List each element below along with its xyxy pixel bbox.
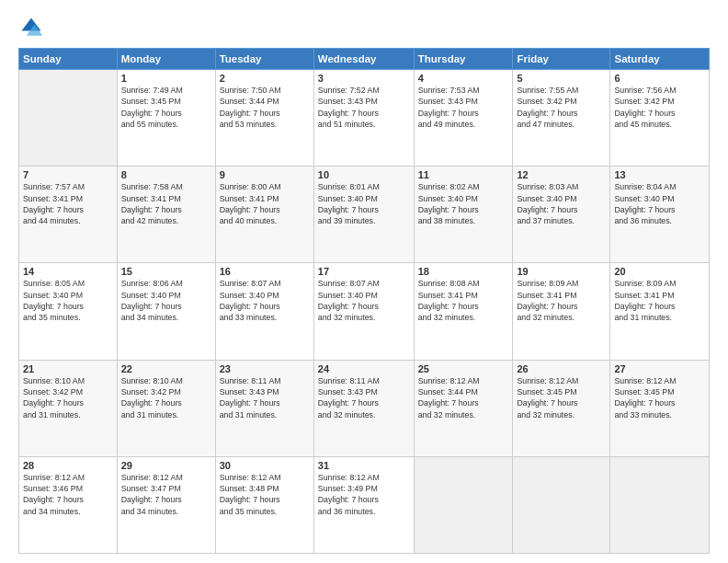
day-info: Sunrise: 8:03 AM Sunset: 3:40 PM Dayligh… xyxy=(517,181,606,226)
calendar-cell: 28Sunrise: 8:12 AM Sunset: 3:46 PM Dayli… xyxy=(19,456,118,553)
day-number: 25 xyxy=(418,363,509,374)
day-number: 31 xyxy=(318,460,410,471)
calendar-cell xyxy=(19,70,118,167)
calendar-cell: 26Sunrise: 8:12 AM Sunset: 3:45 PM Dayli… xyxy=(513,360,610,456)
day-number: 29 xyxy=(121,460,211,471)
day-number: 6 xyxy=(614,73,705,84)
calendar-cell: 30Sunrise: 8:12 AM Sunset: 3:48 PM Dayli… xyxy=(215,456,313,553)
day-info: Sunrise: 8:07 AM Sunset: 3:40 PM Dayligh… xyxy=(318,278,410,323)
header-row: SundayMondayTuesdayWednesdayThursdayFrid… xyxy=(19,49,710,70)
day-header-thursday: Thursday xyxy=(414,49,513,70)
week-row-1: 1Sunrise: 7:49 AM Sunset: 3:45 PM Daylig… xyxy=(19,70,710,167)
day-number: 20 xyxy=(614,266,705,277)
day-info: Sunrise: 7:58 AM Sunset: 3:41 PM Dayligh… xyxy=(121,181,211,226)
day-number: 1 xyxy=(121,73,211,84)
day-info: Sunrise: 7:52 AM Sunset: 3:43 PM Dayligh… xyxy=(318,85,410,130)
day-number: 8 xyxy=(121,169,211,180)
calendar-cell: 3Sunrise: 7:52 AM Sunset: 3:43 PM Daylig… xyxy=(313,70,414,167)
day-info: Sunrise: 8:04 AM Sunset: 3:40 PM Dayligh… xyxy=(614,181,705,226)
calendar-cell: 13Sunrise: 8:04 AM Sunset: 3:40 PM Dayli… xyxy=(610,167,710,263)
calendar-cell: 19Sunrise: 8:09 AM Sunset: 3:41 PM Dayli… xyxy=(513,263,610,360)
logo xyxy=(18,15,48,40)
calendar: SundayMondayTuesdayWednesdayThursdayFrid… xyxy=(18,48,710,554)
day-info: Sunrise: 7:55 AM Sunset: 3:42 PM Dayligh… xyxy=(517,85,606,130)
day-info: Sunrise: 8:11 AM Sunset: 3:43 PM Dayligh… xyxy=(318,375,410,420)
day-info: Sunrise: 8:12 AM Sunset: 3:45 PM Dayligh… xyxy=(614,375,705,420)
day-number: 4 xyxy=(418,73,509,84)
day-info: Sunrise: 8:05 AM Sunset: 3:40 PM Dayligh… xyxy=(23,278,113,323)
day-number: 17 xyxy=(318,266,410,277)
day-info: Sunrise: 8:12 AM Sunset: 3:49 PM Dayligh… xyxy=(318,472,410,517)
day-number: 28 xyxy=(23,460,113,471)
calendar-cell: 17Sunrise: 8:07 AM Sunset: 3:40 PM Dayli… xyxy=(313,263,414,360)
calendar-cell: 18Sunrise: 8:08 AM Sunset: 3:41 PM Dayli… xyxy=(414,263,513,360)
day-number: 16 xyxy=(220,266,310,277)
day-info: Sunrise: 7:50 AM Sunset: 3:44 PM Dayligh… xyxy=(220,85,310,130)
day-number: 30 xyxy=(220,460,310,471)
day-number: 15 xyxy=(121,266,211,277)
calendar-cell: 10Sunrise: 8:01 AM Sunset: 3:40 PM Dayli… xyxy=(313,167,414,263)
day-info: Sunrise: 8:10 AM Sunset: 3:42 PM Dayligh… xyxy=(121,375,211,420)
calendar-cell: 25Sunrise: 8:12 AM Sunset: 3:44 PM Dayli… xyxy=(414,360,513,456)
week-row-5: 28Sunrise: 8:12 AM Sunset: 3:46 PM Dayli… xyxy=(19,456,710,553)
week-row-4: 21Sunrise: 8:10 AM Sunset: 3:42 PM Dayli… xyxy=(19,360,710,456)
calendar-cell: 14Sunrise: 8:05 AM Sunset: 3:40 PM Dayli… xyxy=(19,263,118,360)
week-row-3: 14Sunrise: 8:05 AM Sunset: 3:40 PM Dayli… xyxy=(19,263,710,360)
calendar-cell: 29Sunrise: 8:12 AM Sunset: 3:47 PM Dayli… xyxy=(117,456,215,553)
day-number: 9 xyxy=(220,169,310,180)
day-info: Sunrise: 8:09 AM Sunset: 3:41 PM Dayligh… xyxy=(517,278,606,323)
day-number: 14 xyxy=(23,266,113,277)
day-number: 22 xyxy=(121,363,211,374)
day-info: Sunrise: 8:11 AM Sunset: 3:43 PM Dayligh… xyxy=(220,375,310,420)
day-header-saturday: Saturday xyxy=(610,49,710,70)
day-number: 10 xyxy=(318,169,410,180)
day-number: 7 xyxy=(23,169,113,180)
calendar-cell: 23Sunrise: 8:11 AM Sunset: 3:43 PM Dayli… xyxy=(215,360,313,456)
day-info: Sunrise: 7:53 AM Sunset: 3:43 PM Dayligh… xyxy=(418,85,509,130)
calendar-cell: 8Sunrise: 7:58 AM Sunset: 3:41 PM Daylig… xyxy=(117,167,215,263)
page: SundayMondayTuesdayWednesdayThursdayFrid… xyxy=(0,0,728,563)
day-info: Sunrise: 8:06 AM Sunset: 3:40 PM Dayligh… xyxy=(121,278,211,323)
calendar-cell xyxy=(414,456,513,553)
calendar-cell: 27Sunrise: 8:12 AM Sunset: 3:45 PM Dayli… xyxy=(610,360,710,456)
calendar-cell: 15Sunrise: 8:06 AM Sunset: 3:40 PM Dayli… xyxy=(117,263,215,360)
calendar-cell: 12Sunrise: 8:03 AM Sunset: 3:40 PM Dayli… xyxy=(513,167,610,263)
day-info: Sunrise: 8:12 AM Sunset: 3:48 PM Dayligh… xyxy=(220,472,310,517)
calendar-cell: 5Sunrise: 7:55 AM Sunset: 3:42 PM Daylig… xyxy=(513,70,610,167)
calendar-cell: 11Sunrise: 8:02 AM Sunset: 3:40 PM Dayli… xyxy=(414,167,513,263)
day-number: 21 xyxy=(23,363,113,374)
calendar-cell: 2Sunrise: 7:50 AM Sunset: 3:44 PM Daylig… xyxy=(215,70,313,167)
day-info: Sunrise: 8:08 AM Sunset: 3:41 PM Dayligh… xyxy=(418,278,509,323)
day-info: Sunrise: 8:12 AM Sunset: 3:45 PM Dayligh… xyxy=(517,375,606,420)
day-number: 23 xyxy=(220,363,310,374)
calendar-cell: 24Sunrise: 8:11 AM Sunset: 3:43 PM Dayli… xyxy=(313,360,414,456)
calendar-cell: 4Sunrise: 7:53 AM Sunset: 3:43 PM Daylig… xyxy=(414,70,513,167)
week-row-2: 7Sunrise: 7:57 AM Sunset: 3:41 PM Daylig… xyxy=(19,167,710,263)
calendar-table: SundayMondayTuesdayWednesdayThursdayFrid… xyxy=(18,48,710,554)
calendar-cell: 6Sunrise: 7:56 AM Sunset: 3:42 PM Daylig… xyxy=(610,70,710,167)
day-number: 13 xyxy=(614,169,705,180)
day-number: 27 xyxy=(614,363,705,374)
day-info: Sunrise: 8:00 AM Sunset: 3:41 PM Dayligh… xyxy=(220,181,310,226)
calendar-cell: 20Sunrise: 8:09 AM Sunset: 3:41 PM Dayli… xyxy=(610,263,710,360)
day-header-sunday: Sunday xyxy=(19,49,118,70)
day-number: 5 xyxy=(517,73,606,84)
day-number: 11 xyxy=(418,169,509,180)
day-info: Sunrise: 8:12 AM Sunset: 3:44 PM Dayligh… xyxy=(418,375,509,420)
day-header-friday: Friday xyxy=(513,49,610,70)
day-info: Sunrise: 7:56 AM Sunset: 3:42 PM Dayligh… xyxy=(614,85,705,130)
calendar-cell: 31Sunrise: 8:12 AM Sunset: 3:49 PM Dayli… xyxy=(313,456,414,553)
logo-icon xyxy=(18,15,44,40)
day-info: Sunrise: 7:49 AM Sunset: 3:45 PM Dayligh… xyxy=(121,85,211,130)
day-info: Sunrise: 8:01 AM Sunset: 3:40 PM Dayligh… xyxy=(318,181,410,226)
day-header-tuesday: Tuesday xyxy=(215,49,313,70)
calendar-cell: 1Sunrise: 7:49 AM Sunset: 3:45 PM Daylig… xyxy=(117,70,215,167)
day-header-wednesday: Wednesday xyxy=(313,49,414,70)
day-info: Sunrise: 8:12 AM Sunset: 3:46 PM Dayligh… xyxy=(23,472,113,517)
calendar-cell: 21Sunrise: 8:10 AM Sunset: 3:42 PM Dayli… xyxy=(19,360,118,456)
day-info: Sunrise: 8:10 AM Sunset: 3:42 PM Dayligh… xyxy=(23,375,113,420)
day-number: 2 xyxy=(220,73,310,84)
day-info: Sunrise: 8:09 AM Sunset: 3:41 PM Dayligh… xyxy=(614,278,705,323)
header xyxy=(18,15,710,40)
day-number: 3 xyxy=(318,73,410,84)
